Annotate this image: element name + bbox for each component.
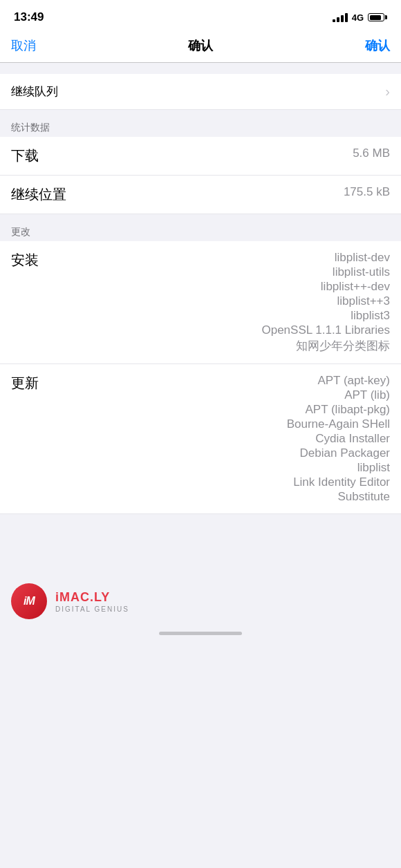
battery-body [368, 13, 384, 21]
signal-bar-3 [341, 15, 344, 22]
battery-tip [385, 15, 387, 19]
install-item-1: libplist-utils [333, 265, 390, 279]
status-time: 13:49 [14, 10, 44, 24]
download-value: 5.6 MB [353, 147, 390, 160]
resume-position-value: 175.5 kB [344, 185, 390, 199]
install-item-4: libplist3 [351, 309, 390, 323]
queue-row[interactable]: 继续队列 › [0, 74, 401, 110]
signal-bars-icon [333, 13, 348, 22]
install-row: 安装 libplist-dev libplist-utils libplist+… [0, 241, 401, 364]
update-item-4: Cydia Installer [315, 432, 390, 446]
chevron-right-icon: › [385, 84, 390, 100]
update-item-1: APT (lib) [344, 388, 390, 402]
brand-name: iMAC.LY [55, 590, 129, 605]
footer: iM iMAC.LY DIGITAL GENIUS [0, 569, 401, 626]
footer-background [0, 514, 401, 569]
update-item-5: Debian Packager [300, 446, 390, 460]
signal-4g-label: 4G [352, 12, 364, 23]
home-indicator [0, 626, 401, 638]
brand-logo-text: iM [24, 595, 35, 607]
signal-bar-1 [333, 19, 335, 22]
update-item-2: APT (libapt-pkg) [305, 403, 390, 417]
cancel-button[interactable]: 取消 [11, 37, 36, 54]
stats-spacer [0, 110, 401, 115]
signal-bar-4 [345, 13, 348, 22]
home-indicator-bar [159, 632, 242, 635]
nav-title: 确认 [188, 37, 213, 54]
changes-section: 安装 libplist-dev libplist-utils libplist+… [0, 241, 401, 514]
stats-section-header: 统计数据 [0, 115, 401, 137]
install-item-6: 知网少年分类图标 [296, 338, 390, 354]
update-item-6: libplist [357, 461, 390, 475]
download-row: 下载 5.6 MB [0, 137, 401, 176]
confirm-button[interactable]: 确认 [365, 37, 390, 54]
top-spacer [0, 63, 401, 68]
queue-section: 继续队列 › [0, 74, 401, 110]
update-item-0: APT (apt-key) [317, 374, 390, 388]
signal-bar-2 [337, 17, 339, 22]
update-item-8: Substitute [337, 490, 390, 504]
brand-info: iMAC.LY DIGITAL GENIUS [55, 590, 129, 613]
status-bar: 13:49 4G [0, 0, 401, 30]
resume-position-row: 继续位置 175.5 kB [0, 176, 401, 214]
install-item-5: OpenSSL 1.1.1 Libraries [261, 323, 390, 337]
stats-section: 下载 5.6 MB 继续位置 175.5 kB [0, 137, 401, 214]
update-values: APT (apt-key) APT (lib) APT (libapt-pkg)… [287, 374, 390, 504]
install-item-2: libplist++-dev [321, 280, 390, 294]
update-row: 更新 APT (apt-key) APT (lib) APT (libapt-p… [0, 364, 401, 514]
update-label: 更新 [11, 374, 66, 393]
changes-section-header: 更改 [0, 220, 401, 241]
download-label: 下载 [11, 147, 66, 165]
install-item-0: libplist-dev [335, 251, 390, 265]
update-item-7: Link Identity Editor [293, 475, 390, 489]
changes-spacer [0, 214, 401, 220]
battery-icon [368, 13, 387, 21]
resume-position-label: 继续位置 [11, 185, 66, 204]
changes-header-text: 更改 [11, 226, 30, 237]
brand-logo: iM [11, 583, 47, 619]
status-icons: 4G [333, 12, 387, 23]
install-values: libplist-dev libplist-utils libplist++-d… [261, 251, 390, 354]
install-item-3: libplist++3 [337, 294, 390, 308]
brand-subtitle: DIGITAL GENIUS [55, 605, 129, 613]
nav-bar: 取消 确认 确认 [0, 30, 401, 63]
update-item-3: Bourne-Again SHell [287, 417, 390, 431]
battery-fill [370, 15, 381, 20]
queue-label: 继续队列 [11, 84, 58, 100]
install-label: 安装 [11, 251, 66, 270]
stats-header-text: 统计数据 [11, 122, 50, 133]
